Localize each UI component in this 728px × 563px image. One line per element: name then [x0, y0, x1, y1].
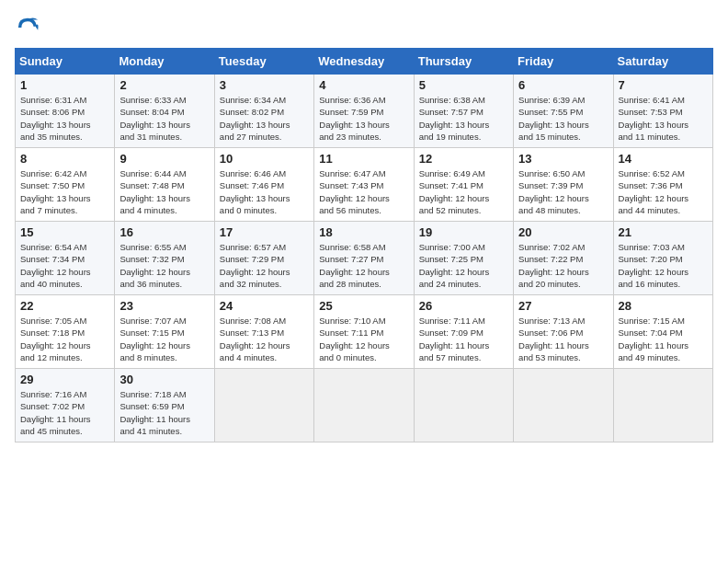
day-number: 30 — [119, 373, 209, 386]
day-number: 28 — [619, 299, 708, 313]
day-info: Sunrise: 6:38 AM Sunset: 7:57 PM Dayligh… — [419, 94, 508, 143]
calendar-cell: 9Sunrise: 6:44 AM Sunset: 7:48 PM Daylig… — [115, 148, 214, 222]
calendar-cell: 10Sunrise: 6:46 AM Sunset: 7:46 PM Dayli… — [214, 148, 313, 222]
day-info: Sunrise: 6:55 AM Sunset: 7:32 PM Dayligh… — [119, 241, 209, 290]
day-info: Sunrise: 7:08 AM Sunset: 7:13 PM Dayligh… — [220, 315, 309, 363]
day-info: Sunrise: 6:58 AM Sunset: 7:27 PM Dayligh… — [319, 241, 408, 290]
calendar-cell: 1Sunrise: 6:31 AM Sunset: 8:06 PM Daylig… — [16, 75, 115, 148]
calendar-cell — [414, 369, 513, 442]
page-container: SundayMondayTuesdayWednesdayThursdayFrid… — [0, 0, 728, 450]
day-number: 24 — [220, 299, 309, 313]
calendar-cell: 30Sunrise: 7:18 AM Sunset: 6:59 PM Dayli… — [115, 369, 214, 442]
day-info: Sunrise: 7:10 AM Sunset: 7:11 PM Dayligh… — [319, 315, 408, 363]
calendar-cell: 29Sunrise: 7:16 AM Sunset: 7:02 PM Dayli… — [16, 369, 115, 442]
calendar-cell: 7Sunrise: 6:41 AM Sunset: 7:53 PM Daylig… — [613, 75, 712, 148]
calendar-table: SundayMondayTuesdayWednesdayThursdayFrid… — [15, 48, 713, 442]
calendar-cell — [613, 369, 712, 442]
day-info: Sunrise: 7:13 AM Sunset: 7:06 PM Dayligh… — [518, 315, 608, 363]
calendar-cell: 27Sunrise: 7:13 AM Sunset: 7:06 PM Dayli… — [514, 295, 613, 369]
day-info: Sunrise: 7:07 AM Sunset: 7:15 PM Dayligh… — [119, 315, 209, 363]
day-number: 2 — [119, 78, 209, 92]
day-number: 5 — [419, 78, 508, 92]
calendar-cell: 5Sunrise: 6:38 AM Sunset: 7:57 PM Daylig… — [414, 75, 513, 148]
day-info: Sunrise: 7:15 AM Sunset: 7:04 PM Dayligh… — [619, 315, 708, 363]
weekday-row: SundayMondayTuesdayWednesdayThursdayFrid… — [16, 49, 713, 75]
day-info: Sunrise: 7:11 AM Sunset: 7:09 PM Dayligh… — [419, 315, 508, 363]
day-number: 14 — [619, 152, 708, 166]
calendar-cell: 18Sunrise: 6:58 AM Sunset: 7:27 PM Dayli… — [314, 222, 414, 295]
calendar-cell: 25Sunrise: 7:10 AM Sunset: 7:11 PM Dayli… — [314, 295, 414, 369]
calendar-cell: 12Sunrise: 6:49 AM Sunset: 7:41 PM Dayli… — [414, 148, 513, 222]
day-number: 29 — [20, 373, 109, 386]
calendar-cell: 23Sunrise: 7:07 AM Sunset: 7:15 PM Dayli… — [115, 295, 214, 369]
calendar-week-2: 8Sunrise: 6:42 AM Sunset: 7:50 PM Daylig… — [16, 148, 713, 222]
calendar-week-1: 1Sunrise: 6:31 AM Sunset: 8:06 PM Daylig… — [16, 75, 713, 148]
calendar-cell: 21Sunrise: 7:03 AM Sunset: 7:20 PM Dayli… — [613, 222, 712, 295]
day-info: Sunrise: 6:31 AM Sunset: 8:06 PM Dayligh… — [20, 94, 109, 143]
day-number: 8 — [20, 152, 109, 166]
day-number: 26 — [419, 299, 508, 313]
calendar-cell: 4Sunrise: 6:36 AM Sunset: 7:59 PM Daylig… — [314, 75, 414, 148]
day-number: 9 — [119, 152, 209, 166]
weekday-header-tuesday: Tuesday — [214, 49, 313, 75]
calendar-cell: 14Sunrise: 6:52 AM Sunset: 7:36 PM Dayli… — [613, 148, 712, 222]
day-info: Sunrise: 6:49 AM Sunset: 7:41 PM Dayligh… — [419, 167, 508, 216]
day-info: Sunrise: 7:03 AM Sunset: 7:20 PM Dayligh… — [619, 241, 708, 290]
day-info: Sunrise: 6:34 AM Sunset: 8:02 PM Dayligh… — [220, 94, 309, 143]
day-info: Sunrise: 6:36 AM Sunset: 7:59 PM Dayligh… — [319, 94, 408, 143]
calendar-cell: 15Sunrise: 6:54 AM Sunset: 7:34 PM Dayli… — [16, 222, 115, 295]
calendar-cell — [214, 369, 313, 442]
calendar-cell: 22Sunrise: 7:05 AM Sunset: 7:18 PM Dayli… — [16, 295, 115, 369]
calendar-cell: 16Sunrise: 6:55 AM Sunset: 7:32 PM Dayli… — [115, 222, 214, 295]
calendar-cell — [514, 369, 613, 442]
day-info: Sunrise: 6:42 AM Sunset: 7:50 PM Dayligh… — [20, 167, 109, 216]
day-info: Sunrise: 6:33 AM Sunset: 8:04 PM Dayligh… — [119, 94, 209, 143]
header — [15, 15, 713, 40]
day-number: 22 — [20, 299, 109, 313]
weekday-header-monday: Monday — [115, 49, 214, 75]
day-info: Sunrise: 6:46 AM Sunset: 7:46 PM Dayligh… — [220, 167, 309, 216]
day-number: 19 — [419, 225, 508, 239]
day-number: 27 — [518, 299, 608, 313]
calendar-cell: 28Sunrise: 7:15 AM Sunset: 7:04 PM Dayli… — [613, 295, 712, 369]
day-number: 20 — [518, 225, 608, 239]
day-number: 1 — [20, 78, 109, 92]
day-number: 25 — [319, 299, 408, 313]
day-info: Sunrise: 6:39 AM Sunset: 7:55 PM Dayligh… — [518, 94, 608, 143]
day-number: 21 — [619, 225, 708, 239]
weekday-header-sunday: Sunday — [16, 49, 115, 75]
calendar-week-4: 22Sunrise: 7:05 AM Sunset: 7:18 PM Dayli… — [16, 295, 713, 369]
day-number: 13 — [518, 152, 608, 166]
calendar-cell: 13Sunrise: 6:50 AM Sunset: 7:39 PM Dayli… — [514, 148, 613, 222]
calendar-cell: 24Sunrise: 7:08 AM Sunset: 7:13 PM Dayli… — [214, 295, 313, 369]
day-number: 12 — [419, 152, 508, 166]
calendar-cell: 8Sunrise: 6:42 AM Sunset: 7:50 PM Daylig… — [16, 148, 115, 222]
day-number: 15 — [20, 225, 109, 239]
day-info: Sunrise: 7:02 AM Sunset: 7:22 PM Dayligh… — [518, 241, 608, 290]
calendar-header: SundayMondayTuesdayWednesdayThursdayFrid… — [16, 49, 713, 75]
calendar-cell: 6Sunrise: 6:39 AM Sunset: 7:55 PM Daylig… — [514, 75, 613, 148]
weekday-header-wednesday: Wednesday — [314, 49, 414, 75]
weekday-header-saturday: Saturday — [613, 49, 712, 75]
logo — [15, 15, 44, 40]
calendar-cell: 11Sunrise: 6:47 AM Sunset: 7:43 PM Dayli… — [314, 148, 414, 222]
calendar-week-5: 29Sunrise: 7:16 AM Sunset: 7:02 PM Dayli… — [16, 369, 713, 442]
day-number: 11 — [319, 152, 408, 166]
day-info: Sunrise: 6:54 AM Sunset: 7:34 PM Dayligh… — [20, 241, 109, 290]
day-number: 17 — [220, 225, 309, 239]
calendar-cell: 26Sunrise: 7:11 AM Sunset: 7:09 PM Dayli… — [414, 295, 513, 369]
day-info: Sunrise: 6:41 AM Sunset: 7:53 PM Dayligh… — [619, 94, 708, 143]
day-number: 16 — [119, 225, 209, 239]
day-info: Sunrise: 7:05 AM Sunset: 7:18 PM Dayligh… — [20, 315, 109, 363]
day-number: 23 — [119, 299, 209, 313]
calendar-cell — [314, 369, 414, 442]
day-info: Sunrise: 6:47 AM Sunset: 7:43 PM Dayligh… — [319, 167, 408, 216]
weekday-header-thursday: Thursday — [414, 49, 513, 75]
day-number: 3 — [220, 78, 309, 92]
day-number: 6 — [518, 78, 608, 92]
day-number: 4 — [319, 78, 408, 92]
calendar-cell: 17Sunrise: 6:57 AM Sunset: 7:29 PM Dayli… — [214, 222, 313, 295]
day-info: Sunrise: 7:18 AM Sunset: 6:59 PM Dayligh… — [119, 388, 209, 437]
day-info: Sunrise: 6:57 AM Sunset: 7:29 PM Dayligh… — [220, 241, 309, 290]
day-number: 7 — [619, 78, 708, 92]
